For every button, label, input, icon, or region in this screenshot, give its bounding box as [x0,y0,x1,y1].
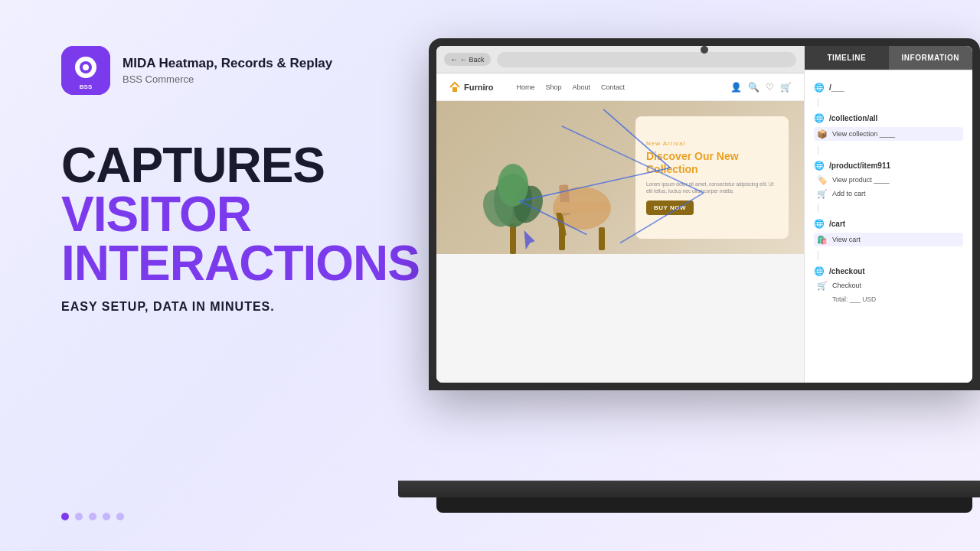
svg-rect-16 [554,202,609,213]
account-icon[interactable]: 👤 [730,82,742,93]
hero-badge: New Arrival [646,140,778,147]
site-nav: Furniro Home Shop About Contact 👤 🔍 ♡ [436,73,804,101]
site-hero-banner: New Arrival Discover Our New Collection … [436,101,804,254]
tl-sep-1 [818,98,818,107]
hero-description: Lorem ipsum dolor sit amet, consectetur … [646,181,778,194]
tl-url-root[interactable]: 🌐 /___ [814,80,963,95]
tl-total-label: Total: ___ USD [832,295,876,303]
hero-line2: VISITOR [61,190,383,239]
back-button[interactable]: ← ← Back [444,53,491,66]
tl-action-checkout[interactable]: 🛒 Checkout [814,279,963,292]
collection-icon: 📦 [817,129,828,139]
site-content: Furniro Home Shop About Contact 👤 🔍 ♡ [436,73,804,383]
chair-decoration [544,162,620,254]
nav-about[interactable]: About [573,83,591,91]
brand-row: BSS MIDA Heatmap, Records & Replay BSS C… [61,46,383,95]
brand-text: MIDA Heatmap, Records & Replay BSS Comme… [122,56,332,84]
address-bar[interactable] [497,52,796,67]
dot-1[interactable] [61,513,69,520]
left-panel: BSS MIDA Heatmap, Records & Replay BSS C… [0,0,429,551]
pagination-dots [61,482,383,520]
dot-5[interactable] [116,513,124,520]
hero-cta-box: New Arrival Discover Our New Collection … [635,116,789,239]
back-arrow: ← [450,55,458,64]
tl-url-collection-label: /collection/all [829,114,877,122]
brand-name: MIDA Heatmap, Records & Replay [122,56,332,71]
tl-sep-3 [818,204,818,213]
tl-checkout-label: Checkout [832,282,861,289]
tl-action-view-collection[interactable]: 📦 View collection ____ [814,127,963,141]
tab-information[interactable]: INFORMATION [889,46,973,70]
site-nav-links: Home Shop About Contact [517,83,626,91]
timeline-panel: TIMELINE INFORMATION 🌐 /___ [804,46,972,383]
laptop-camera [701,46,708,54]
tl-add-cart-label: Add to cart [832,190,866,197]
plant-decoration [482,132,544,254]
hero-title: Discover Our New Collection [646,150,778,176]
tl-product: 🌐 /product/item911 🏷️ View product ____ … [805,155,972,204]
timeline-items: 🌐 /___ 🌐 /collection/all 📦 Vi [805,70,972,383]
laptop-body: ← ← Back Furniro [429,38,980,390]
tl-url-root-label: /___ [829,83,844,92]
browser-toolbar: ← ← Back [436,46,804,73]
dot-4[interactable] [103,513,110,520]
nav-shop[interactable]: Shop [546,83,562,91]
site-logo: Furniro [449,81,494,93]
tl-url-product-label: /product/item911 [829,161,890,170]
tl-url-product[interactable]: 🌐 /product/item911 [814,158,963,173]
laptop-foot [436,497,972,513]
tl-view-collection-label: View collection ____ [832,130,895,138]
laptop-screen: ← ← Back Furniro [436,46,972,383]
svg-rect-6 [510,223,516,254]
tl-view-product-label: View product ____ [832,176,889,184]
hero-subtitle: EASY SETUP, DATA IN MINUTES. [61,300,383,314]
laptop-base [398,481,980,497]
hero-text: CAPTURES VISITOR INTERACTIONS EASY SETUP… [61,141,383,314]
globe-icon-collection: 🌐 [814,112,825,123]
search-icon[interactable]: 🔍 [748,82,760,93]
product-icon: 🏷️ [817,174,828,185]
dot-3[interactable] [89,513,96,520]
hero-line1: CAPTURES [61,141,383,190]
globe-icon-checkout: 🌐 [814,266,825,276]
tl-action-add-to-cart[interactable]: 🛒 Add to cart [814,187,963,201]
brand-company: BSS Commerce [122,73,332,85]
tl-checkout-total: Total: ___ USD [814,292,963,306]
wishlist-icon[interactable]: ♡ [766,82,774,93]
svg-point-10 [498,164,528,207]
tl-action-view-cart[interactable]: 🛍️ View cart [814,233,963,246]
tl-url-cart[interactable]: 🌐 /cart [814,216,963,231]
timeline-tabs: TIMELINE INFORMATION [805,46,972,70]
buy-now-button[interactable]: BUY NOW [646,201,694,215]
tl-action-view-product[interactable]: 🏷️ View product ____ [814,173,963,187]
tl-url-collection[interactable]: 🌐 /collection/all [814,110,963,126]
dot-2[interactable] [75,513,83,520]
nav-home[interactable]: Home [517,83,535,91]
nav-contact[interactable]: Contact [601,83,625,91]
globe-icon-product: 🌐 [814,160,825,171]
tl-collection: 🌐 /collection/all 📦 View collection ____ [805,107,972,145]
add-cart-icon: 🛒 [817,188,828,199]
tab-timeline[interactable]: TIMELINE [805,46,889,70]
site-nav-icons: 👤 🔍 ♡ 🛒 [730,82,792,93]
svg-point-3 [83,64,89,70]
brand-logo-icon: BSS [61,46,110,95]
cart-view-icon: 🛍️ [817,234,828,245]
back-label: ← Back [460,56,485,64]
svg-rect-13 [599,227,605,250]
globe-icon-cart: 🌐 [814,218,825,229]
checkout-icon: 🛒 [817,280,828,291]
svg-text:BSS: BSS [80,83,93,90]
tl-root: 🌐 /___ [805,77,972,98]
tl-url-checkout-label: /checkout [829,267,865,276]
tl-sep-4 [818,251,818,260]
globe-icon-root: 🌐 [814,82,825,93]
tl-url-checkout[interactable]: 🌐 /checkout [814,263,963,279]
tl-view-cart-label: View cart [832,236,861,243]
tl-cart: 🌐 /cart 🛍️ View cart [805,213,972,251]
tl-sep-2 [818,145,818,155]
svg-rect-5 [452,87,457,92]
tl-url-cart-label: /cart [829,220,845,228]
cart-icon[interactable]: 🛒 [780,82,792,93]
furniro-logo-icon [449,81,461,93]
